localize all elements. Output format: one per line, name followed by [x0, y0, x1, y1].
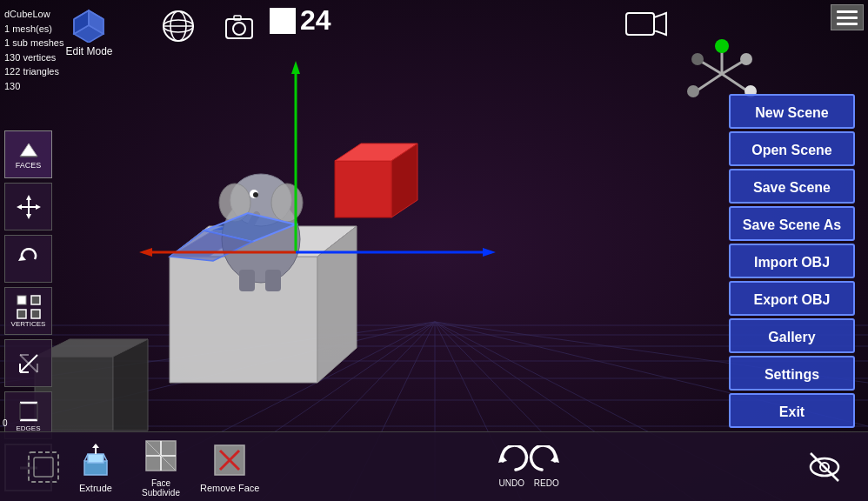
- move-icon: [16, 194, 42, 220]
- redo-button[interactable]: REDO: [529, 445, 564, 488]
- fps-square: [270, 8, 296, 34]
- edit-mode-area[interactable]: Edit Mode: [65, 4, 113, 57]
- svg-rect-83: [17, 296, 26, 304]
- edit-mode-icon[interactable]: [65, 4, 113, 43]
- screenshot-icon-area[interactable]: [222, 9, 257, 47]
- globe-icon[interactable]: [161, 9, 196, 43]
- undo-icon: [494, 445, 529, 476]
- hamburger-line-2: [837, 17, 858, 19]
- panel-toggle[interactable]: [17, 447, 70, 486]
- hamburger-line-1: [837, 10, 858, 13]
- svg-marker-23: [170, 257, 317, 383]
- panel-svg: [25, 449, 62, 485]
- bottom-tool-group: Extrude FaceSubdivide: [70, 436, 259, 498]
- svg-line-48: [696, 74, 722, 91]
- svg-line-16: [0, 322, 435, 426]
- scale-icon: [16, 351, 42, 377]
- svg-marker-80: [17, 204, 22, 210]
- 3d-viewport[interactable]: dCubeLow 1 mesh(es) 1 sub meshes 130 ver…: [0, 0, 868, 501]
- svg-marker-22: [113, 339, 148, 431]
- face-subdivide-tool[interactable]: FaceSubdivide: [135, 436, 187, 498]
- camera-icon[interactable]: [222, 9, 257, 43]
- svg-rect-85: [17, 310, 26, 318]
- svg-marker-79: [26, 214, 31, 219]
- svg-marker-40: [170, 230, 252, 261]
- svg-rect-102: [88, 454, 103, 463]
- globe-icon-area[interactable]: [161, 9, 196, 47]
- vertices-tool[interactable]: VERTICES: [4, 287, 52, 335]
- remove-face-tool[interactable]: Remove Face: [200, 440, 259, 493]
- panel-icon: [24, 447, 63, 486]
- move-tool[interactable]: [4, 183, 52, 230]
- undo-button[interactable]: UNDO: [494, 445, 529, 488]
- svg-point-32: [230, 174, 291, 226]
- svg-point-56: [691, 53, 704, 65]
- svg-marker-44: [139, 248, 152, 257]
- svg-rect-86: [31, 310, 40, 318]
- triangles-count: 122 triangles: [4, 64, 63, 79]
- remove-face-icon: [210, 440, 250, 479]
- menu-item-new-scene[interactable]: New Scene: [729, 94, 855, 129]
- vertices-icon: [16, 294, 42, 320]
- hamburger-menu-button[interactable]: [831, 4, 864, 30]
- menu-item-exit[interactable]: Exit: [729, 393, 855, 428]
- mesh-count: 1 mesh(es): [4, 22, 63, 37]
- fps-counter: 24: [270, 4, 331, 37]
- menu-item-save-scene[interactable]: Save Scene: [729, 169, 855, 204]
- scale-tool[interactable]: [4, 339, 52, 387]
- svg-rect-38: [265, 270, 281, 291]
- face-subdivide-icon: [142, 436, 181, 475]
- menu-item-settings[interactable]: Settings: [729, 356, 855, 391]
- svg-point-35: [250, 190, 258, 198]
- edit-mode-label: Edit Mode: [65, 45, 112, 57]
- undo-label: UNDO: [499, 478, 524, 488]
- svg-marker-46: [483, 248, 496, 257]
- menu-item-export-obj[interactable]: Export OBJ: [729, 281, 855, 316]
- svg-point-33: [219, 184, 250, 222]
- faces-label: FACES: [16, 161, 42, 170]
- menu-item-import-obj[interactable]: Import OBJ: [729, 244, 855, 278]
- menu-item-gallery[interactable]: Gallery: [729, 318, 855, 353]
- remove-face-label: Remove Face: [200, 483, 259, 493]
- hamburger-line-3: [837, 23, 858, 25]
- svg-marker-24: [170, 226, 357, 257]
- extrude-icon: [77, 440, 116, 479]
- vertices-count: 130 vertices: [4, 50, 63, 65]
- svg-marker-26: [213, 217, 287, 230]
- svg-marker-27: [170, 230, 248, 257]
- vertices-label: VERTICES: [11, 320, 46, 328]
- extrude-tool[interactable]: Extrude: [70, 440, 122, 493]
- svg-marker-39: [204, 213, 296, 242]
- sub-meshes: 1 sub meshes: [4, 36, 63, 50]
- svg-marker-82: [18, 255, 26, 261]
- extrude-label: Extrude: [79, 483, 112, 493]
- svg-line-18: [0, 322, 435, 383]
- svg-marker-81: [36, 204, 41, 210]
- svg-line-51: [700, 61, 722, 74]
- face-subdivide-label: FaceSubdivide: [142, 478, 180, 498]
- menu-item-save-scene-as[interactable]: Save Scene As: [729, 206, 855, 241]
- rotate-tool[interactable]: [4, 235, 52, 283]
- hide-show-tool[interactable]: [798, 447, 851, 486]
- svg-point-34: [271, 184, 303, 222]
- svg-rect-84: [31, 296, 40, 304]
- faces-tool[interactable]: FACES: [4, 130, 52, 178]
- svg-marker-30: [391, 144, 417, 217]
- video-camera-icon[interactable]: [624, 9, 668, 39]
- coord-display: 0: [3, 418, 8, 428]
- svg-marker-42: [291, 61, 300, 74]
- svg-point-31: [222, 196, 300, 283]
- svg-marker-29: [335, 144, 417, 161]
- svg-marker-78: [26, 195, 31, 200]
- rotate-icon: [16, 246, 42, 272]
- svg-rect-71: [234, 16, 241, 20]
- svg-rect-28: [335, 161, 391, 217]
- svg-line-50: [722, 61, 744, 74]
- edges-icon: [16, 398, 42, 424]
- svg-point-52: [715, 39, 729, 53]
- menu-item-open-scene[interactable]: Open Scene: [729, 131, 855, 166]
- svg-marker-73: [654, 13, 666, 35]
- hide-icon: [805, 447, 845, 486]
- video-camera-icon-area[interactable]: [624, 9, 668, 43]
- svg-marker-106: [92, 444, 99, 448]
